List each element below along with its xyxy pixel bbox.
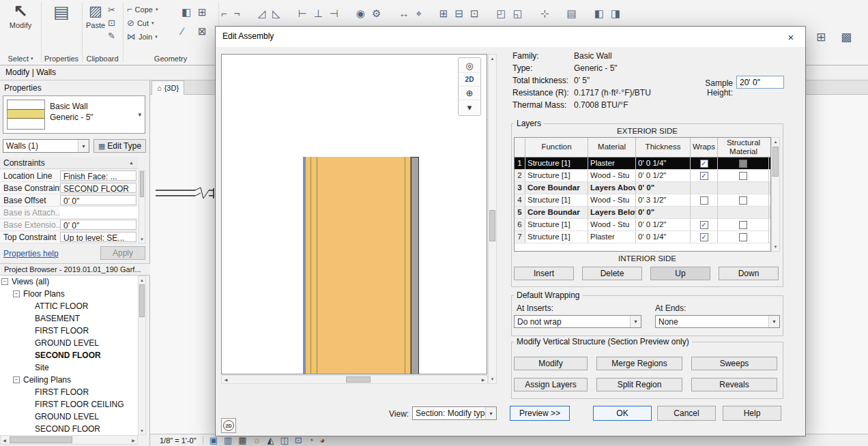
insert-button[interactable]: Insert [514,267,574,280]
layer-row[interactable]: 5Core BoundarLayers Below0' 0" [515,207,770,219]
property-value[interactable]: Up to level: SE... [60,232,136,242]
join-elements-icon[interactable]: ⊢ [298,8,307,18]
layers-scrollbar[interactable]: ▲ ▼ [771,137,780,252]
up-button[interactable]: Up [650,267,710,280]
scrollbar-thumb[interactable] [139,284,145,317]
tree-item[interactable]: FIRST FLOOR CEILING [0,398,138,411]
browser-horizontal-scrollbar[interactable]: ◀ ▶ [0,435,138,445]
preview-view-dropdown[interactable]: Section: Modify type ▾ [412,406,497,420]
reveals-button[interactable]: Reveals [691,378,777,391]
constraints-group-header[interactable]: Constraints ▲ [0,158,138,169]
measure-icon[interactable]: ↔ [399,8,409,18]
edit-type-button[interactable]: ▦ Edit Type [93,139,146,153]
wraps-checkbox[interactable] [700,196,708,205]
layer-material-cell[interactable]: Layers Below [588,207,636,218]
tree-collapse-icon[interactable]: − [13,376,20,383]
slope-tool-icon[interactable]: ◿ [258,8,266,18]
scroll-down-icon[interactable]: ▼ [139,236,145,243]
wraps-checkbox[interactable]: ✓ [700,221,708,229]
wraps-checkbox[interactable]: ✓ [700,233,708,241]
sun-path-icon[interactable]: ☼ [253,436,261,445]
scissors-icon[interactable]: ✂ [108,5,115,14]
cope-tool-icon[interactable]: ⌐ [221,8,227,18]
layer-function-cell[interactable]: Core Boundar [525,182,588,194]
tree-item[interactable]: −Views (all) [0,276,138,288]
tree-collapse-icon[interactable]: − [13,291,20,297]
wraps-checkbox[interactable]: ✓ [700,172,708,180]
structural-material-checkbox[interactable] [739,172,747,180]
create-group-icon[interactable]: ⊞ [439,8,448,18]
opening-tool-icon[interactable]: ¬ [234,8,240,18]
split-element-icon[interactable]: ∕ [182,26,184,36]
tree-item[interactable]: SECOND FLOOR [0,349,138,361]
structural-material-checkbox[interactable] [739,221,747,229]
crop-view-icon[interactable]: ◫ [280,436,288,445]
modify-button[interactable]: ↖ Modify [5,1,35,29]
unjoin-elements-icon[interactable]: ⊥ [314,8,323,18]
layer-function-cell[interactable]: Structure [1] [525,231,588,243]
scroll-left-icon[interactable]: ◀ [222,376,230,383]
toolbar-chevron-icon[interactable]: ▾ [459,100,480,114]
tree-item[interactable]: BASEMENT [0,312,138,325]
layer-row[interactable]: 4Structure [1]Wood - Stu0' 3 1/2" [515,194,770,207]
structural-material-checkbox[interactable] [739,196,747,205]
property-value[interactable]: 0' 0" [60,220,136,230]
close-icon[interactable]: × [777,27,805,47]
layer-material-cell[interactable]: Wood - Stu [588,194,636,206]
tree-item[interactable]: −Ceiling Plans [0,374,138,386]
beam-wall-join-icon[interactable]: ⊣ [330,8,338,18]
visual-style-icon[interactable]: ▦ [238,436,246,445]
down-button[interactable]: Down [719,267,779,280]
schedule-icon[interactable]: ▤ [567,8,577,18]
scroll-up-icon[interactable]: ▲ [772,138,779,146]
cancel-button[interactable]: Cancel [657,406,716,421]
layer-function-cell[interactable]: Structure [1] [525,219,588,231]
merge-regions-button[interactable]: Merge Regions [596,357,682,370]
settings-gear-icon[interactable]: ⚙ [372,8,381,18]
layer-thickness-cell[interactable]: 0' 3 1/2" [636,194,691,206]
layer-row[interactable]: 1Structure [1]Plaster0' 0 1/4"✓ [515,158,770,170]
scroll-down-icon[interactable]: ▼ [489,375,496,383]
layer-material-cell[interactable]: Plaster [588,158,636,169]
property-value[interactable]: SECOND FLOOR [60,183,136,193]
properties-scrollbar[interactable]: ▼ [139,170,145,243]
layer-thickness-cell[interactable]: 0' 0" [636,182,691,194]
manage-links-icon[interactable]: ▩ [841,30,852,44]
layer-thickness-cell[interactable]: 0' 0 1/2" [636,170,691,181]
ramp-tool-icon[interactable]: ◺ [272,8,280,18]
tree-item[interactable]: SECOND FLOOR [0,423,138,435]
scroll-right-icon[interactable]: ▶ [130,436,137,444]
detail-level-icon[interactable]: ▥ [224,436,232,445]
property-value[interactable]: 0' 0" [60,195,136,205]
view-scale-label[interactable]: 1/8" = 1'-0" [160,436,197,445]
create-parts-icon[interactable]: ⊡ [470,8,479,18]
layer-thickness-cell[interactable]: 0' 0 1/2" [636,219,691,231]
cut-geometry-tool[interactable]: ⊘ Cut ▾ [127,18,154,27]
preview-2d-icon[interactable]: 2D [221,418,236,433]
tree-item[interactable]: FIRST FLOOR [0,325,138,337]
layer-material-cell[interactable]: Wood - Stu [588,170,636,181]
layer-material-cell[interactable]: Plaster [588,231,636,243]
aligned-dimension-icon[interactable]: ⌖ [416,8,421,18]
tree-item[interactable]: −Floor Plans [0,288,138,300]
scrollbar-thumb[interactable] [10,436,72,443]
structural-material-checkbox[interactable] [739,160,747,168]
split-region-button[interactable]: Split Region [596,378,682,391]
tree-item[interactable]: GROUND LEVEL [0,337,138,349]
cope-tool[interactable]: ⌐ Cope ▾ [127,5,158,14]
pin-icon[interactable]: ⊹ [540,8,549,18]
layer-thickness-cell[interactable]: 0' 0 1/4" [636,158,691,169]
layer-thickness-cell[interactable]: 0' 0 1/4" [636,231,691,243]
scrollbar-thumb[interactable] [489,210,495,241]
shadows-icon[interactable]: ◭ [267,436,274,445]
steering-wheel-icon[interactable]: ◎ [459,59,480,73]
select-dropdown[interactable]: Select▾ [0,55,41,63]
layer-row[interactable]: 3Core BoundarLayers Above0' 0" [515,182,770,194]
at-ends-dropdown[interactable]: None ▾ [655,315,780,328]
tree-item[interactable]: Site [0,361,138,374]
layer-material-cell[interactable]: Layers Above [588,182,636,194]
temporary-hide-icon[interactable]: ◔ [308,436,314,445]
section-preview-pane[interactable]: ◎2D⊕▾ [221,54,487,374]
zoom-icon[interactable]: ⊕ [459,87,480,100]
selection-filter-dropdown[interactable]: Walls (1) ▾ [3,139,89,153]
